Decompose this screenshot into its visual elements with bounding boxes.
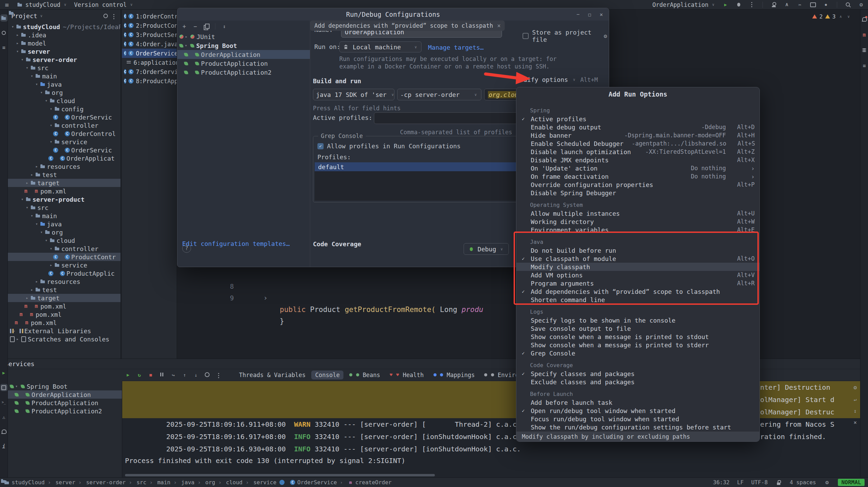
- rerun[interactable]: [136, 372, 143, 378]
- locate[interactable]: [102, 12, 109, 20]
- project-tree-row[interactable]: External Libraries: [8, 327, 121, 335]
- editor-tab[interactable]: 8:ProductAppl: [122, 76, 177, 86]
- project-tree-row[interactable]: ProductApplic: [8, 269, 121, 277]
- translate[interactable]: [783, 1, 790, 8]
- project-tree-row[interactable]: pom.xml: [8, 319, 121, 327]
- run[interactable]: [0, 369, 8, 376]
- remove[interactable]: [192, 23, 199, 30]
- close[interactable]: [598, 11, 605, 18]
- divider[interactable]: [214, 23, 217, 30]
- popup-menu-item[interactable]: Java: [516, 237, 759, 246]
- project-tree-row[interactable]: server-product: [8, 195, 121, 203]
- popup-menu-item[interactable]: Enable Scheduled Debugger -agentpath:...…: [516, 139, 759, 148]
- project-tree-row[interactable]: service: [8, 138, 121, 146]
- terminal[interactable]: [0, 399, 8, 406]
- screenshot[interactable]: [809, 1, 816, 8]
- popup-menu-item[interactable]: Allow multiple instances Alt+U: [516, 209, 759, 217]
- arrow-down[interactable]: [192, 372, 199, 378]
- info[interactable]: [0, 443, 8, 450]
- popup-menu-item[interactable]: Disable launch optimization -XX:TieredSt…: [516, 148, 759, 156]
- classpath-select[interactable]: -cp server-order: [397, 89, 481, 100]
- popup-menu-item[interactable]: Program arguments Alt+R: [516, 279, 759, 287]
- project-tree-row[interactable]: test: [8, 171, 121, 179]
- popup-menu-item[interactable]: Operating System: [516, 200, 759, 209]
- step-over[interactable]: [170, 372, 177, 378]
- project-tree-row[interactable]: java: [8, 80, 121, 88]
- popup-menu-item[interactable]: Grep Console: [516, 349, 759, 357]
- project-tree-row[interactable]: server-order: [8, 55, 121, 64]
- project-tree-row[interactable]: model: [8, 39, 121, 47]
- console-tab[interactable]: Threads & Variables: [235, 371, 309, 379]
- project[interactable]: [0, 14, 8, 22]
- project-tree-row[interactable]: cloud: [8, 236, 121, 245]
- option-chip[interactable]: Add dependencies with “provided” scope t…: [310, 21, 505, 31]
- breadcrumb-item[interactable]: main: [147, 479, 171, 486]
- horizontal-scrollbar[interactable]: [125, 474, 435, 476]
- jdk-select[interactable]: java 17 SDK of 'ser: [313, 89, 394, 100]
- store-checkbox[interactable]: [523, 33, 529, 39]
- line-separator[interactable]: LF: [737, 479, 744, 486]
- move[interactable]: [221, 23, 228, 30]
- store-as-project-file[interactable]: Store as project file: [523, 29, 609, 43]
- console-tab[interactable]: Beans: [345, 371, 384, 379]
- search[interactable]: [845, 1, 852, 8]
- project-selector[interactable]: studyCloud: [16, 1, 68, 8]
- popup-menu-item[interactable]: Specify logs to be shown in the console: [516, 316, 759, 324]
- project-tree-row[interactable]: Scratches and Consoles: [8, 335, 121, 343]
- project-tree-row[interactable]: org: [8, 228, 121, 236]
- project-tree-row[interactable]: pom.xml: [8, 187, 121, 195]
- breadcrumb-item[interactable]: createOrder: [337, 479, 392, 486]
- breadcrumb-item[interactable]: org: [194, 479, 215, 486]
- project-tree-row[interactable]: service: [8, 261, 121, 269]
- configuration-tree-row[interactable]: ProductApplication2: [177, 68, 310, 77]
- console-tab[interactable]: Health: [386, 371, 427, 379]
- minimize[interactable]: [575, 11, 581, 18]
- menu-icon[interactable]: [3, 1, 10, 8]
- user-add[interactable]: [770, 1, 777, 8]
- editor-tab[interactable]: 7:OrderServic: [122, 67, 177, 76]
- project-tree-row[interactable]: server: [8, 47, 121, 55]
- popup-menu-item[interactable]: Open run/debug tool window when started: [516, 407, 759, 415]
- project-tree-row[interactable]: target: [8, 294, 121, 302]
- popup-menu-item[interactable]: Override configuration properties Alt+P: [516, 180, 759, 189]
- fold-marker-icon[interactable]: [263, 292, 268, 304]
- more[interactable]: [110, 11, 117, 20]
- service-tree-row[interactable]: ProductApplication2: [8, 407, 122, 415]
- file-encoding[interactable]: UTF-8: [751, 479, 768, 486]
- manage-targets-link[interactable]: Manage targets…: [428, 44, 484, 51]
- modify-options-dropdown[interactable]: Modify options Alt+M: [516, 76, 598, 83]
- bug[interactable]: [735, 1, 742, 8]
- breadcrumb-item[interactable]: service: [242, 479, 276, 486]
- project-tree-row[interactable]: cloud: [8, 97, 121, 105]
- project-tree-row[interactable]: ProductContr: [8, 253, 121, 261]
- service-tree-row[interactable]: Spring Boot: [8, 382, 122, 390]
- run-on-select[interactable]: Local machine: [339, 41, 422, 52]
- divider[interactable]: [761, 1, 764, 8]
- soft-wrap[interactable]: [852, 396, 859, 403]
- service-tree-row[interactable]: OrderApplication: [8, 390, 122, 399]
- maximize[interactable]: [586, 11, 593, 18]
- popup-menu-item[interactable]: Disable JMX endpoints Alt+X: [516, 156, 759, 164]
- dialog-titlebar[interactable]: Run/Debug Configurations: [177, 8, 609, 21]
- divider[interactable]: [835, 1, 839, 8]
- popup-menu-item[interactable]: Use classpath of module Alt+O: [516, 254, 759, 263]
- popup-menu-item[interactable]: Modify classpath: [516, 263, 759, 271]
- vcs-widget[interactable]: Version control: [74, 1, 134, 8]
- popup-menu-item[interactable]: Spring: [516, 106, 759, 115]
- project-tree-row[interactable]: pom.xml: [8, 310, 121, 319]
- run[interactable]: [722, 1, 729, 8]
- project-tree-row[interactable]: OrderServic: [8, 113, 121, 121]
- project-tree-row[interactable]: src: [8, 64, 121, 72]
- project-tree-row[interactable]: test: [8, 286, 121, 294]
- project-panel-header[interactable]: Project: [8, 10, 121, 22]
- problems[interactable]: [0, 413, 8, 421]
- maven[interactable]: [861, 31, 868, 38]
- popup-menu-item[interactable]: Exclude classes and packages: [516, 378, 759, 386]
- bell[interactable]: [0, 428, 8, 435]
- settings-icon[interactable]: [823, 479, 830, 486]
- run-config-selector[interactable]: OrderApplication: [652, 1, 716, 8]
- editor-tab[interactable]: 1:OrderContro: [122, 12, 177, 21]
- settings[interactable]: [852, 384, 859, 391]
- copy[interactable]: [203, 23, 210, 30]
- scroll-end[interactable]: [852, 407, 859, 414]
